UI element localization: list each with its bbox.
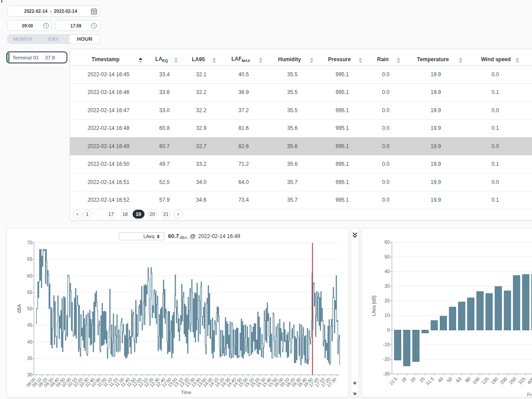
svg-text:125: 125 [481, 376, 490, 385]
svg-text:-30: -30 [383, 371, 390, 376]
svg-text:63: 63 [455, 376, 462, 383]
svg-text:200: 200 [499, 376, 508, 385]
svg-text:70: 70 [27, 240, 32, 245]
svg-text:100: 100 [471, 376, 481, 385]
svg-text:LAeq [dB]: LAeq [dB] [371, 296, 376, 316]
svg-text:55: 55 [27, 289, 32, 295]
svg-text:80: 80 [464, 376, 472, 383]
svg-text:50: 50 [384, 254, 390, 259]
svg-text:0: 0 [387, 327, 390, 332]
svg-text:40: 40 [384, 269, 390, 274]
svg-text:40: 40 [437, 376, 444, 383]
svg-text:10: 10 [384, 313, 390, 318]
svg-text:dBA: dBA [16, 304, 22, 313]
svg-text:-10: -10 [383, 342, 390, 347]
svg-text:16: 16 [400, 376, 407, 383]
svg-text:50: 50 [446, 376, 453, 383]
svg-text:50: 50 [27, 306, 32, 311]
svg-text:40: 40 [27, 339, 32, 344]
svg-text:250: 250 [508, 376, 517, 385]
svg-text:315: 315 [517, 376, 526, 385]
svg-text:60: 60 [384, 239, 390, 245]
svg-text:»: » [353, 390, 357, 397]
svg-text:20: 20 [384, 298, 390, 303]
svg-text:20: 20 [409, 376, 417, 383]
svg-text:Time: Time [181, 390, 192, 395]
svg-text:31.5: 31.5 [425, 376, 435, 386]
svg-text:12.5: 12.5 [388, 376, 398, 386]
svg-text:45: 45 [27, 322, 32, 328]
svg-text:«: « [353, 379, 357, 386]
svg-text:65: 65 [27, 256, 32, 262]
svg-text:35: 35 [27, 356, 32, 361]
svg-text:30: 30 [384, 283, 390, 289]
svg-text:400: 400 [526, 376, 532, 385]
svg-text:Frequency [Hz]: Frequency [Hz] [527, 392, 532, 397]
svg-text:160: 160 [489, 376, 499, 385]
svg-text:30: 30 [27, 372, 32, 377]
svg-text:-20: -20 [383, 356, 390, 362]
svg-text:60: 60 [27, 273, 32, 278]
